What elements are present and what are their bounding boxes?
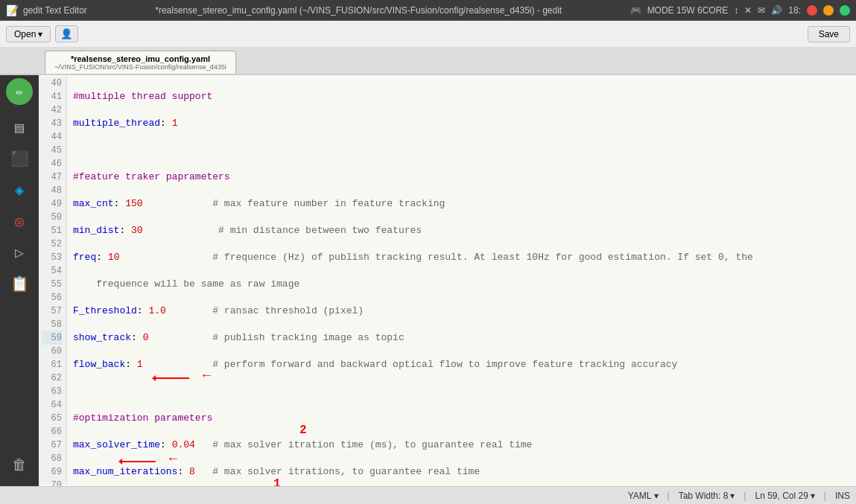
profile-button[interactable]: 👤 xyxy=(55,25,78,42)
app-icon: 📝 xyxy=(6,4,19,16)
mail-icon: ✉ xyxy=(758,5,765,16)
tab-subtitle: ~/VINS_FUSION/src/VINS-Fusion/config/rea… xyxy=(54,63,226,71)
separator2: | xyxy=(744,491,746,501)
sidebar-icon-vscode[interactable]: ◈ xyxy=(4,175,34,205)
annotation-num1: 1 xyxy=(273,477,281,486)
tab-width-selector[interactable]: Tab Width: 8 ▾ xyxy=(679,491,735,501)
sidebar-icon-console[interactable]: ▷ xyxy=(4,237,34,267)
title-bar-left: 📝 gedit Text Editor xyxy=(6,4,87,16)
save-button[interactable]: Save xyxy=(808,26,850,42)
open-button[interactable]: Open ▾ xyxy=(6,26,51,42)
code-content[interactable]: #multiple thread support multiple_thread… xyxy=(67,77,856,485)
gpu-icon: 🎮 xyxy=(630,5,641,16)
sidebar-icon-trash[interactable]: 🗑 xyxy=(4,450,34,480)
position-label: Ln 59, Col 29 xyxy=(755,491,808,501)
tab-title: *realsense_stereo_imu_config.yaml xyxy=(71,54,210,63)
editor-area[interactable]: 40 41 42 43 44 45 46 47 48 49 50 51 52 5… xyxy=(39,75,856,486)
separator1: | xyxy=(668,491,670,501)
mode-label: INS xyxy=(835,491,850,501)
position-chevron: ▾ xyxy=(811,491,815,501)
main-area: ✏ ▤ ⬛ ◈ ◎ ▷ 📋 🗑 40 41 42 43 44 45 46 47 … xyxy=(0,75,856,486)
svg-marker-1 xyxy=(152,375,156,381)
position-selector[interactable]: Ln 59, Col 29 ▾ xyxy=(755,491,814,501)
separator3: | xyxy=(824,491,826,501)
sidebar-icon-notes[interactable]: 📋 xyxy=(4,269,34,299)
title-bar-title: *realsense_stereo_imu_config.yaml (~/VIN… xyxy=(155,5,562,16)
annotation-arrow-gnorm: ← xyxy=(203,368,211,383)
svg-marker-3 xyxy=(118,459,122,465)
open-label: Open xyxy=(14,29,36,39)
network-icon: ↕ xyxy=(734,5,738,16)
format-chevron: ▾ xyxy=(654,491,659,501)
tab-width-chevron: ▾ xyxy=(730,491,735,501)
volume-icon: 🔊 xyxy=(771,5,782,16)
format-label: YAML xyxy=(628,491,652,501)
tab-bar: *realsense_stereo_imu_config.yaml ~/VINS… xyxy=(0,48,856,74)
time-label: 18: xyxy=(788,5,801,16)
tab-width-label: Tab Width: 8 xyxy=(679,491,729,501)
window-max-btn[interactable] xyxy=(840,5,850,16)
mode-label: MODE 15W 6CORE xyxy=(647,5,729,16)
profile-icon: 👤 xyxy=(60,28,73,39)
window-min-btn[interactable] xyxy=(823,5,834,16)
app-name: gedit Text Editor xyxy=(23,5,87,16)
toolbar: Open ▾ 👤 Save xyxy=(0,21,856,48)
active-tab[interactable]: *realsense_stereo_imu_config.yaml ~/VINS… xyxy=(45,51,236,74)
line-numbers: 40 41 42 43 44 45 46 47 48 49 50 51 52 5… xyxy=(39,77,67,485)
close-system-icon: ✕ xyxy=(744,5,752,16)
code-area[interactable]: 40 41 42 43 44 45 46 47 48 49 50 51 52 5… xyxy=(39,75,856,486)
format-selector[interactable]: YAML ▾ xyxy=(628,491,659,501)
sidebar-icon-terminal[interactable]: ⬛ xyxy=(4,144,34,173)
status-bar: YAML ▾ | Tab Width: 8 ▾ | Ln 59, Col 29 … xyxy=(0,486,856,504)
sidebar-icon-browser[interactable]: ◎ xyxy=(4,206,34,236)
annotation-num2: 2 xyxy=(299,424,307,437)
sidebar: ✏ ▤ ⬛ ◈ ◎ ▷ 📋 🗑 xyxy=(0,75,39,486)
chevron-down-icon: ▾ xyxy=(38,29,42,39)
sidebar-icon-files[interactable]: ▤ xyxy=(4,112,34,142)
window-close-btn[interactable] xyxy=(807,5,817,16)
annotation-arrow-td: ← xyxy=(169,451,177,466)
title-bar: 📝 gedit Text Editor *realsense_stereo_im… xyxy=(0,0,856,21)
title-bar-controls: 🎮 MODE 15W 6CORE ↕ ✕ ✉ 🔊 18: xyxy=(630,5,850,16)
sidebar-icon-gedit[interactable]: ✏ xyxy=(6,78,33,105)
ins-mode: INS xyxy=(835,491,850,501)
